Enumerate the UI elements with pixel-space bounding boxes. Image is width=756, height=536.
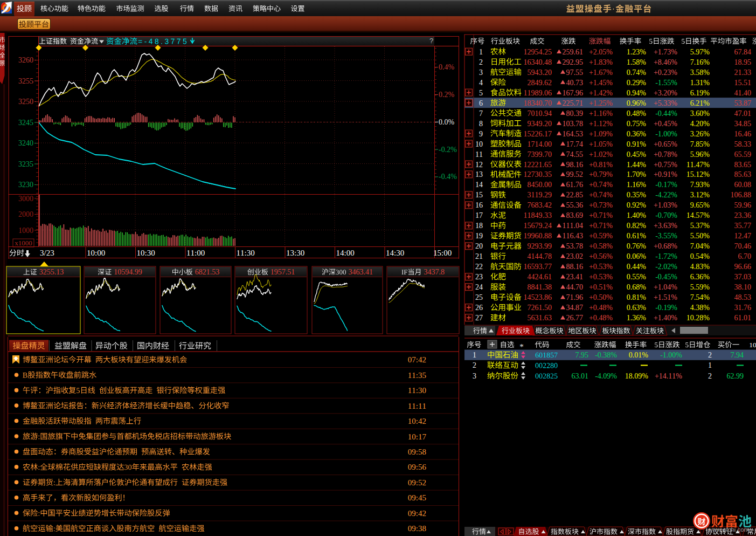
svg-text:0.01%: 0.01% xyxy=(629,351,649,359)
svg-text:5.59%: 5.59% xyxy=(690,283,710,291)
svg-text:61.76: 61.76 xyxy=(566,181,584,189)
svg-text:www.cfchi.com: www.cfchi.com xyxy=(708,526,750,533)
svg-text:15.51: 15.51 xyxy=(734,79,752,87)
svg-text:4.38%: 4.38% xyxy=(690,304,710,312)
svg-text:+0.74%: +0.74% xyxy=(589,191,613,199)
svg-text:0.94%: 0.94% xyxy=(627,89,647,97)
svg-text:3255.13: 3255.13 xyxy=(39,268,64,276)
svg-text:+0.50%: +0.50% xyxy=(589,293,613,301)
svg-text:14.57%: 14.57% xyxy=(686,211,710,219)
svg-text:48.53: 48.53 xyxy=(734,293,752,301)
svg-text:2000: 2000 xyxy=(18,210,33,218)
svg-text:225.71: 225.71 xyxy=(563,99,584,107)
svg-text:-0.70%: -0.70% xyxy=(655,211,677,219)
svg-text:11.47%: 11.47% xyxy=(686,161,710,169)
svg-text:+1.51%: +1.51% xyxy=(654,293,677,301)
svg-text:1.40%: 1.40% xyxy=(627,211,647,219)
svg-text:+1.12%: +1.12% xyxy=(589,120,613,128)
svg-text:0.54%: 0.54% xyxy=(690,252,710,260)
svg-text:16340.48: 16340.48 xyxy=(524,58,552,66)
svg-text:40.73: 40.73 xyxy=(566,79,584,87)
svg-text:167.96: 167.96 xyxy=(563,89,584,97)
svg-text:9.65%: 9.65% xyxy=(690,201,710,209)
svg-text:65.59: 65.59 xyxy=(734,150,752,159)
svg-text:3000: 3000 xyxy=(18,195,33,203)
svg-text:?: ? xyxy=(429,37,433,45)
svg-text:8841.38: 8841.38 xyxy=(528,283,552,291)
svg-text:+1.45%: +1.45% xyxy=(589,79,613,87)
svg-text:16: 16 xyxy=(475,201,483,209)
svg-text:3437.8: 3437.8 xyxy=(424,268,445,276)
svg-text:24: 24 xyxy=(475,283,483,291)
svg-text:+0.53%: +0.53% xyxy=(589,263,613,271)
svg-text:11: 11 xyxy=(475,150,483,159)
svg-text:14: 14 xyxy=(475,181,483,189)
svg-text:1: 1 xyxy=(708,361,712,369)
svg-text:4424.61: 4424.61 xyxy=(528,273,552,281)
svg-text:5.37%: 5.37% xyxy=(690,222,710,230)
svg-text:+1.09%: +1.09% xyxy=(589,130,613,138)
svg-text:9349.20: 9349.20 xyxy=(528,120,552,128)
svg-text:97.55: 97.55 xyxy=(566,68,584,77)
svg-text:7.16%: 7.16% xyxy=(690,58,710,66)
svg-text:09:52: 09:52 xyxy=(408,478,426,487)
svg-text:21: 21 xyxy=(475,252,483,260)
svg-text:10:42: 10:42 xyxy=(408,417,426,425)
svg-text:+0.74%: +0.74% xyxy=(589,181,613,189)
svg-text:6.21%: 6.21% xyxy=(690,99,710,107)
svg-text:09:38: 09:38 xyxy=(408,524,426,533)
svg-text:103.78: 103.78 xyxy=(563,120,584,128)
svg-text:+3.20%: +3.20% xyxy=(654,89,677,97)
svg-text:-2.02%: -2.02% xyxy=(655,263,677,271)
svg-text:-0.17%: -0.17% xyxy=(655,181,677,189)
svg-text:22.85: 22.85 xyxy=(566,191,584,199)
svg-text:22: 22 xyxy=(475,263,483,271)
svg-text:0.63%: 0.63% xyxy=(627,304,647,312)
svg-text:+0.78%: +0.78% xyxy=(654,150,677,159)
svg-text:18.09%: 18.09% xyxy=(625,372,649,380)
svg-text:3: 3 xyxy=(479,68,483,77)
svg-text:+0.59%: +0.59% xyxy=(589,232,613,240)
svg-text:116.43: 116.43 xyxy=(563,232,584,240)
svg-text:+0.71%: +0.71% xyxy=(589,222,613,230)
svg-text:98.16: 98.16 xyxy=(566,161,584,169)
svg-text:7261.50: 7261.50 xyxy=(528,304,552,312)
svg-text:25: 25 xyxy=(475,293,483,301)
svg-text:-0.44%: -0.44% xyxy=(655,109,677,118)
svg-text:0.75%: 0.75% xyxy=(627,120,647,128)
svg-text:+0.51%: +0.51% xyxy=(589,283,613,291)
svg-text:23.41: 23.41 xyxy=(566,273,584,281)
svg-text:07:42: 07:42 xyxy=(408,355,426,364)
svg-text:0.36%: 0.36% xyxy=(627,130,647,138)
svg-text:111.04: 111.04 xyxy=(563,222,584,230)
svg-text:17.74: 17.74 xyxy=(566,140,584,148)
svg-text:58.33: 58.33 xyxy=(734,140,752,148)
svg-text:-0.45%: -0.45% xyxy=(655,273,677,281)
svg-text:3.58%: 3.58% xyxy=(690,68,710,77)
svg-text:3119.29: 3119.29 xyxy=(528,191,552,199)
svg-text:61.01: 61.01 xyxy=(734,314,752,322)
svg-text:3.60%: 3.60% xyxy=(690,109,710,118)
svg-text:1.44%: 1.44% xyxy=(627,161,647,169)
svg-text:0.4%: 0.4% xyxy=(439,63,455,71)
svg-text:83.65: 83.65 xyxy=(734,161,752,169)
svg-text:7.85%: 7.85% xyxy=(690,140,710,148)
svg-text:44.70: 44.70 xyxy=(566,283,584,291)
svg-text:3: 3 xyxy=(473,372,476,380)
svg-text:15226.17: 15226.17 xyxy=(524,130,552,138)
svg-text:10:00: 10:00 xyxy=(87,249,105,257)
svg-text:-1.72%: -1.72% xyxy=(655,252,677,260)
svg-text:80.39: 80.39 xyxy=(566,109,584,118)
svg-text:+0.23%: +0.23% xyxy=(654,68,677,77)
svg-text:10: 10 xyxy=(475,140,483,148)
svg-text:83.69: 83.69 xyxy=(566,211,584,219)
svg-text:62.99: 62.99 xyxy=(727,372,744,380)
svg-text:1: 1 xyxy=(473,351,476,359)
svg-text:0.44%: 0.44% xyxy=(627,263,647,271)
svg-text:10.28%: 10.28% xyxy=(686,314,710,322)
svg-text:27: 27 xyxy=(475,314,483,322)
svg-text:+1.73%: +1.73% xyxy=(654,48,677,56)
svg-text:5943.20: 5943.20 xyxy=(528,68,552,77)
svg-text:53.78: 53.78 xyxy=(566,242,584,250)
svg-text:0.45%: 0.45% xyxy=(627,150,647,159)
